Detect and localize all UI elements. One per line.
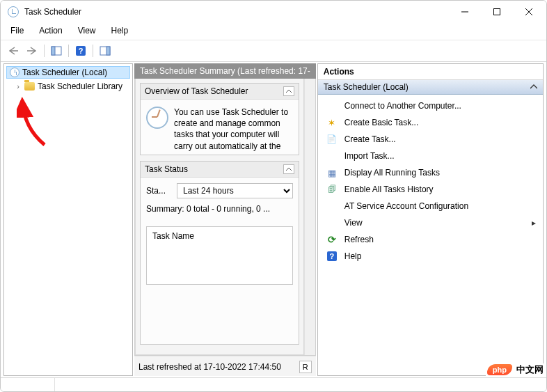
action-item-label: Enable All Tasks History [344, 185, 434, 194]
task-status-title: Task Status [145, 164, 188, 174]
action-item[interactable]: Enable All Tasks History [319, 181, 541, 198]
expander-icon[interactable]: › [15, 82, 22, 91]
action-item-label: Import Task... [344, 151, 395, 161]
toolbar-separator [93, 45, 93, 57]
refresh-now-button[interactable]: R [299, 361, 312, 373]
action-item-label: Display All Running Tasks [344, 168, 440, 178]
tree-root-label: Task Scheduler (Local) [22, 68, 107, 77]
annotation-arrow-icon [17, 96, 56, 152]
action-item[interactable]: Connect to Another Computer... [319, 97, 541, 114]
overview-section: Overview of Task Scheduler You can use T… [140, 83, 299, 155]
status-summary-text: Summary: 0 total - 0 running, 0 ... [141, 201, 299, 221]
menu-file[interactable]: File [8, 24, 26, 37]
history-icon [326, 184, 338, 195]
menu-action[interactable]: Action [36, 24, 65, 37]
minimize-icon [461, 8, 468, 15]
blank-icon [326, 201, 338, 212]
app-clock-icon [8, 6, 19, 17]
status-period-select[interactable]: Last 24 hours [177, 183, 293, 198]
summary-header: Task Scheduler Summary (Last refreshed: … [134, 63, 316, 79]
summary-footer: Last refreshed at 17-10-2022 17:44:50 R [134, 356, 316, 376]
statusbar-cell [1, 378, 55, 391]
action-item[interactable]: Refresh [319, 231, 541, 248]
window-title: Task Scheduler [24, 7, 81, 17]
chevron-right-icon: ▸ [532, 218, 536, 228]
tree-child-node[interactable]: › Task Scheduler Library [6, 80, 130, 93]
action-item-label: Create Basic Task... [344, 118, 419, 127]
minimize-button[interactable] [449, 1, 481, 22]
forward-button[interactable] [24, 43, 40, 58]
blank-icon [326, 217, 338, 228]
console-tree-button[interactable] [48, 43, 65, 58]
clock-icon [10, 68, 19, 77]
menu-help[interactable]: Help [109, 24, 132, 37]
page-icon [326, 134, 338, 145]
action-item[interactable]: View▸ [319, 214, 541, 231]
svg-rect-1 [494, 9, 500, 15]
menubar: File Action View Help [1, 23, 546, 40]
task-status-section: Task Status Sta... Last 24 hours Summary… [140, 161, 299, 345]
action-item-label: Create Task... [344, 134, 396, 144]
toolbar-separator [44, 45, 45, 57]
action-item[interactable]: Display All Running Tasks [319, 164, 541, 181]
svg-rect-5 [51, 47, 55, 55]
blank-icon [326, 100, 338, 111]
summary-pane: Task Scheduler Summary (Last refreshed: … [134, 63, 316, 376]
action-item[interactable]: AT Service Account Configuration [319, 198, 541, 214]
folder-icon [24, 82, 35, 91]
actions-list: Connect to Another Computer...Create Bas… [318, 95, 543, 267]
task-name-header: Task Name [152, 231, 194, 241]
action-item[interactable]: Create Task... [319, 131, 541, 148]
overview-text: You can use Task Scheduler to create and… [174, 107, 293, 152]
blank-icon [326, 150, 338, 162]
scrollbar-vertical[interactable] [304, 79, 315, 355]
titlebar: Task Scheduler [1, 1, 546, 23]
arrow-left-icon [8, 46, 19, 56]
action-item[interactable]: Import Task... [319, 148, 541, 164]
action-pane-button[interactable] [97, 43, 113, 58]
grid-icon [326, 167, 338, 178]
toolbar-separator [68, 45, 69, 57]
maximize-button[interactable] [481, 1, 513, 22]
yellow-star-icon [326, 117, 338, 128]
pane-right-icon [100, 46, 111, 56]
actions-pane: Actions Task Scheduler (Local) Connect t… [317, 63, 544, 376]
last-refreshed-text: Last refreshed at 17-10-2022 17:44:50 [138, 362, 281, 372]
statusbar [1, 377, 546, 391]
toolbar [1, 40, 546, 62]
chevron-up-icon [530, 84, 537, 90]
action-item-label: Refresh [344, 235, 374, 244]
pane-icon [51, 46, 62, 56]
actions-group-title: Task Scheduler (Local) [324, 82, 409, 92]
collapse-button[interactable] [283, 164, 294, 174]
action-item-label: Help [344, 251, 362, 261]
overview-title: Overview of Task Scheduler [145, 86, 248, 96]
status-period-label: Sta... [146, 186, 171, 196]
watermark: php 中文网 [486, 363, 545, 376]
tree-pane: Task Scheduler (Local) › Task Scheduler … [3, 63, 133, 376]
action-item-label: View [344, 218, 363, 228]
chevron-up-icon [286, 89, 292, 93]
action-item[interactable]: Create Basic Task... [319, 114, 541, 131]
watermark-badge: php [487, 364, 512, 375]
close-icon [525, 8, 532, 15]
tree-root-node[interactable]: Task Scheduler (Local) [6, 66, 130, 79]
overview-clock-icon [146, 107, 168, 129]
collapse-button[interactable] [283, 86, 294, 96]
task-name-listbox[interactable]: Task Name [146, 226, 293, 285]
tree-child-label: Task Scheduler Library [38, 81, 122, 91]
menu-view[interactable]: View [75, 24, 99, 37]
action-item-label: AT Service Account Configuration [344, 201, 468, 211]
arrow-right-icon [26, 46, 38, 56]
watermark-text: 中文网 [516, 363, 544, 376]
svg-rect-7 [106, 47, 110, 55]
maximize-icon [493, 8, 500, 15]
actions-group-header[interactable]: Task Scheduler (Local) [318, 80, 543, 95]
action-item[interactable]: Help [319, 248, 541, 265]
back-button[interactable] [5, 43, 22, 58]
help-icon [326, 251, 338, 262]
close-button[interactable] [513, 1, 545, 22]
action-item-label: Connect to Another Computer... [344, 101, 461, 111]
help-button[interactable] [72, 43, 89, 58]
main-area: Task Scheduler (Local) › Task Scheduler … [1, 62, 546, 377]
